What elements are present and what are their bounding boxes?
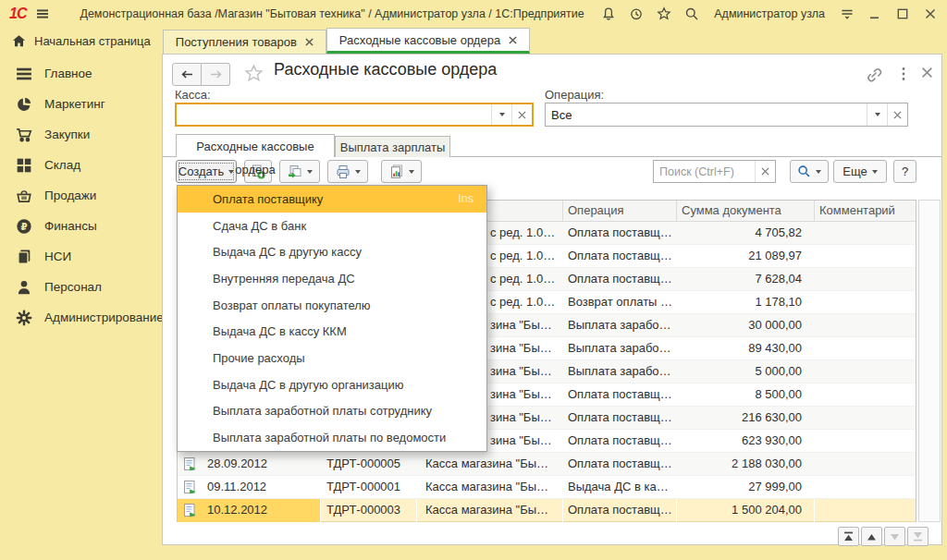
- favorites-star-icon[interactable]: [657, 6, 671, 21]
- kassa-dropdown-icon[interactable]: [491, 104, 511, 125]
- report-button[interactable]: [381, 160, 422, 183]
- print-button[interactable]: [327, 160, 368, 183]
- tab-rashodnye-kassovye-ordera[interactable]: Расходные кассовые ордера: [176, 134, 335, 157]
- tab-postupleniya[interactable]: Поступления товаров: [163, 30, 326, 54]
- tab-vyplata-zarplaty[interactable]: Выплата зарплаты: [335, 136, 450, 157]
- menu-item-sdacha-ds-v-bank[interactable]: Сдача ДС в банк: [178, 213, 486, 239]
- menu-item-vnutrennyaya-peredacha-ds[interactable]: Внутренняя передача ДС: [178, 265, 486, 292]
- report-icon: [389, 164, 404, 179]
- menu-item-vydacha-ds-v-druguyu-organizaciyu[interactable]: Выдача ДС в другую организацию: [178, 371, 486, 398]
- history-icon[interactable]: [629, 6, 644, 21]
- chevron-down-icon: [355, 170, 361, 174]
- form-panel: Расходные кассовые ордера Касса: Операци…: [162, 54, 942, 545]
- window-title: Демонстрационная база /Магазин "Бытовая …: [80, 7, 584, 20]
- shortcut-label: Ins: [458, 192, 474, 205]
- copy-based-icon: [288, 164, 302, 179]
- vertical-scrollbar[interactable]: [918, 200, 941, 522]
- forward-button[interactable]: [202, 63, 230, 86]
- current-user[interactable]: Администратор узла: [714, 7, 825, 20]
- kassa-clear-icon[interactable]: [511, 104, 532, 125]
- sidebar-item-administrirovanie[interactable]: Администрирование: [0, 302, 162, 333]
- column-header-sum[interactable]: Сумма документа: [682, 201, 781, 221]
- create-button[interactable]: Создать: [176, 160, 237, 183]
- link-icon[interactable]: [866, 67, 882, 83]
- help-button[interactable]: ?: [893, 160, 916, 183]
- sidebar-item-nsi[interactable]: НСИ: [0, 241, 162, 272]
- column-header-comment[interactable]: Комментарий: [819, 201, 895, 221]
- chevron-down-icon: [307, 170, 313, 174]
- operation-label: Операция:: [545, 88, 604, 102]
- close-window-icon[interactable]: [923, 6, 938, 21]
- notifications-bell-icon[interactable]: [601, 6, 616, 21]
- go-bottom-icon[interactable]: [907, 527, 929, 546]
- tab-home-label: Начальная страница: [34, 34, 151, 48]
- menu-item-vyplata-zp-po-vedomosti[interactable]: Выплата заработной платы по ведомости: [178, 424, 486, 451]
- operation-value[interactable]: Все: [546, 103, 867, 126]
- menu-item-vydacha-ds-v-druguyu-kassu[interactable]: Выдача ДС в другую кассу: [178, 238, 486, 265]
- kassa-field: [175, 103, 534, 127]
- tab-rashodnye-ordera[interactable]: Расходные кассовые ордера: [326, 28, 530, 54]
- close-tab-icon[interactable]: [305, 38, 314, 46]
- gear-icon: [16, 310, 32, 326]
- more-button[interactable]: Еще: [833, 160, 887, 183]
- sidebar-item-finansy[interactable]: ₽ Финансы: [0, 211, 162, 241]
- search-input[interactable]: [654, 161, 755, 182]
- create-based-on-button[interactable]: [279, 160, 320, 183]
- page-down-icon[interactable]: [884, 527, 905, 546]
- posted-document-icon: [183, 504, 196, 517]
- sidebar-item-zakupki[interactable]: Закупки: [0, 119, 162, 150]
- create-menu: Оплата поставщику Ins Сдача ДС в банк Вы…: [177, 185, 487, 452]
- maximize-icon[interactable]: [895, 6, 910, 21]
- table-row[interactable]: 28.09.2012 ТДРТ-000005 Касса магазина "Б…: [178, 453, 916, 476]
- column-header-operation[interactable]: Операция: [568, 201, 624, 221]
- menu-item-prochie-rashody[interactable]: Прочие расходы: [178, 345, 486, 371]
- go-top-icon[interactable]: [838, 527, 859, 546]
- tab-bar: Начальная страница Поступления товаров Р…: [0, 28, 947, 54]
- menu-item-vydacha-ds-v-kassu-kkm[interactable]: Выдача ДС в кассу ККМ: [178, 319, 486, 346]
- page-up-icon[interactable]: [861, 527, 882, 546]
- app-logo: 1С: [9, 6, 26, 22]
- back-button[interactable]: [172, 63, 202, 86]
- sidebar-item-glavnoe[interactable]: Главное: [0, 58, 162, 89]
- menu-item-oplata-postavshchiku[interactable]: Оплата поставщику Ins: [178, 186, 486, 213]
- search-clear-icon[interactable]: [755, 161, 775, 182]
- sidebar-item-sklad[interactable]: Склад: [0, 150, 162, 180]
- history-nav-group: [172, 63, 230, 86]
- pie-chart-icon: [16, 96, 32, 113]
- menu-item-vyplata-zp-sotrudniku[interactable]: Выплата заработной платы сотруднику: [178, 398, 486, 425]
- global-search-icon[interactable]: [684, 6, 699, 21]
- table-row[interactable]: 09.11.2012 ТДРТ-000001 Касса магазина "Б…: [178, 476, 916, 499]
- close-form-icon[interactable]: [921, 67, 933, 79]
- tab-home[interactable]: Начальная страница: [0, 29, 163, 54]
- list-nav-buttons: [838, 527, 929, 546]
- minimize-icon[interactable]: [867, 6, 882, 21]
- sidebar-item-personal[interactable]: Персонал: [0, 272, 162, 302]
- menu-lines-icon: [16, 66, 32, 82]
- more-kebab-icon[interactable]: [896, 66, 911, 82]
- cart-icon: [16, 127, 32, 143]
- close-tab-icon[interactable]: [509, 36, 517, 44]
- page-title: Расходные кассовые ордера: [274, 60, 497, 79]
- ruble-icon: ₽: [16, 218, 32, 235]
- sidebar-item-marketing[interactable]: Маркетинг: [0, 89, 162, 119]
- posted-document-icon: [183, 481, 196, 494]
- favorite-star-icon[interactable]: [244, 64, 264, 83]
- home-icon: [12, 34, 26, 48]
- svg-text:₽: ₽: [20, 221, 27, 231]
- chevron-down-icon: [816, 170, 821, 174]
- kassa-label: Касса:: [175, 88, 211, 102]
- search-magnifier-icon: [797, 164, 811, 178]
- main-menu-hamburger-icon[interactable]: [35, 6, 50, 21]
- advanced-search-button[interactable]: [790, 160, 829, 183]
- sidebar: Главное Маркетинг Закупки Склад Продажи …: [0, 54, 162, 560]
- sidebar-item-prodazhi[interactable]: Продажи: [0, 180, 162, 211]
- chevron-down-icon: [228, 170, 234, 174]
- books-icon: [16, 249, 32, 265]
- service-menu-icon[interactable]: [840, 6, 855, 21]
- menu-item-vozvrat-oplaty-pokupatelyu[interactable]: Возврат оплаты покупателю: [178, 292, 486, 319]
- operation-clear-icon[interactable]: [887, 103, 907, 126]
- operation-dropdown-icon[interactable]: [867, 103, 887, 126]
- kassa-input[interactable]: [177, 104, 491, 125]
- app-window: { "window": { "logo": "1С", "title": "Де…: [0, 0, 947, 560]
- table-row-selected[interactable]: 10.12.2012 ТДРТ-000003 Касса магазина "Б…: [178, 499, 916, 522]
